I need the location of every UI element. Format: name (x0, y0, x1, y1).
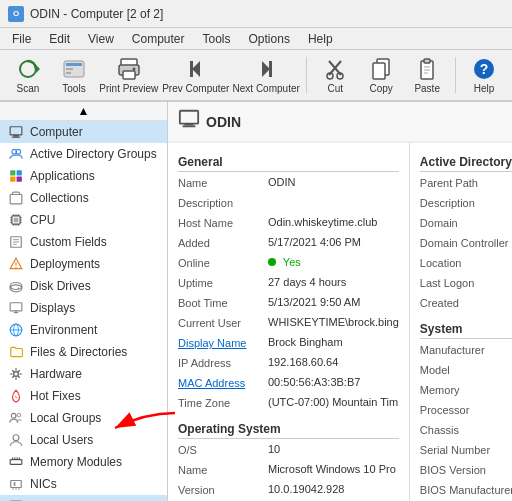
menu-file[interactable]: File (4, 30, 39, 48)
sidebar-item-displays[interactable]: Displays (0, 297, 167, 319)
sidebar-item-hot-fixes[interactable]: Hot Fixes (0, 385, 167, 407)
sidebar-item-nics[interactable]: NICs (0, 473, 167, 495)
right-model: Model VM (420, 363, 512, 381)
sidebar-item-powershell[interactable]: PS> PowerShell (0, 495, 167, 501)
content-area: ODIN General Name ODIN Description (168, 102, 512, 501)
prev-computer-button[interactable]: Prev Computer (162, 53, 230, 97)
menu-bar: File Edit View Computer Tools Options He… (0, 28, 512, 50)
title-text: ODIN - Computer [2 of 2] (30, 7, 163, 21)
sidebar-item-environment[interactable]: Environment (0, 319, 167, 341)
svg-rect-83 (14, 482, 16, 486)
toolbar-separator-2 (455, 57, 456, 93)
copy-button[interactable]: Copy (359, 53, 403, 97)
field-mac-address: MAC Address 00:50:56:A3:3B:B7 (178, 376, 399, 394)
svg-rect-5 (66, 72, 71, 74)
menu-tools[interactable]: Tools (195, 30, 239, 48)
menu-edit[interactable]: Edit (41, 30, 78, 48)
field-description: Description (178, 196, 399, 214)
svg-point-72 (13, 435, 19, 441)
help-label: Help (474, 83, 495, 94)
applications-icon (8, 168, 24, 184)
svg-marker-1 (36, 65, 40, 73)
cut-button[interactable]: Cut (313, 53, 357, 97)
field-name: Name ODIN (178, 176, 399, 194)
next-icon (254, 57, 278, 81)
files-dirs-icon (8, 344, 24, 360)
help-icon: ? (472, 57, 496, 81)
sidebar-environment-label: Environment (30, 323, 97, 337)
svg-rect-38 (14, 218, 19, 223)
right-bios-version: BIOS Version 6.00 (420, 463, 512, 481)
svg-rect-4 (66, 68, 73, 70)
hardware-icon (8, 366, 24, 382)
sidebar-computer-label: Computer (30, 125, 83, 139)
field-os-name: Name Microsoft Windows 10 Pro (178, 463, 399, 481)
prev-label: Prev Computer (162, 83, 229, 94)
computer-name: ODIN (206, 114, 241, 130)
tools-button[interactable]: Tools (52, 53, 96, 97)
sidebar-item-custom-fields[interactable]: Custom Fields (0, 231, 167, 253)
sidebar-scroll-up[interactable]: ▲ (0, 102, 167, 121)
menu-computer[interactable]: Computer (124, 30, 193, 48)
sidebar-ad-label: Active Directory Groups (30, 147, 157, 161)
svg-rect-93 (183, 125, 196, 127)
svg-rect-91 (180, 111, 198, 124)
paste-label: Paste (414, 83, 440, 94)
svg-point-9 (132, 67, 135, 70)
local-users-icon (8, 432, 24, 448)
right-chassis: Chassis Oth (420, 423, 512, 441)
sidebar-item-cpu[interactable]: CPU (0, 209, 167, 231)
right-created: Created 4/1 (420, 296, 512, 314)
next-label: Next Computer (233, 83, 300, 94)
svg-rect-92 (184, 124, 193, 126)
help-button[interactable]: ? Help (462, 53, 506, 97)
sidebar-local-groups-label: Local Groups (30, 411, 101, 425)
next-computer-button[interactable]: Next Computer (232, 53, 300, 97)
svg-rect-11 (190, 61, 193, 77)
svg-rect-28 (13, 135, 19, 137)
left-column: General Name ODIN Description Host Name … (168, 143, 410, 501)
menu-help[interactable]: Help (300, 30, 341, 48)
svg-marker-12 (262, 61, 270, 77)
sidebar-item-local-groups[interactable]: Local Groups (0, 407, 167, 429)
sidebar-item-deployments[interactable]: Deployments (0, 253, 167, 275)
menu-view[interactable]: View (80, 30, 122, 48)
right-bios-mfr: BIOS Manufacturer Pho (420, 483, 512, 501)
svg-rect-19 (373, 63, 385, 79)
svg-point-69 (14, 372, 19, 377)
sidebar-deployments-label: Deployments (30, 257, 100, 271)
svg-point-70 (11, 413, 16, 418)
sidebar-item-hardware[interactable]: Hardware (0, 363, 167, 385)
main-layout: ▲ Computer Active Directory Groups Appli… (0, 102, 512, 501)
sidebar-item-files-dirs[interactable]: Files & Directories (0, 341, 167, 363)
sidebar-item-applications[interactable]: Applications (0, 165, 167, 187)
sidebar-local-users-label: Local Users (30, 433, 93, 447)
sidebar-collections-label: Collections (30, 191, 89, 205)
sidebar-files-dirs-label: Files & Directories (30, 345, 127, 359)
paste-button[interactable]: Paste (405, 53, 449, 97)
scan-button[interactable]: Scan (6, 53, 50, 97)
deployments-icon (8, 256, 24, 272)
svg-point-57 (15, 267, 16, 268)
field-display-name: Display Name Brock Bingham (178, 336, 399, 354)
sidebar-item-memory-modules[interactable]: Memory Modules (0, 451, 167, 473)
svg-rect-13 (269, 61, 272, 77)
sidebar-item-local-users[interactable]: Local Users (0, 429, 167, 451)
svg-rect-27 (10, 127, 22, 135)
local-groups-icon (8, 410, 24, 426)
copy-label: Copy (370, 83, 393, 94)
sidebar-item-computer[interactable]: Computer (0, 121, 167, 143)
field-os: O/S 10 (178, 443, 399, 461)
custom-fields-icon (8, 234, 24, 250)
svg-point-62 (17, 287, 19, 289)
sidebar-item-ad-groups[interactable]: Active Directory Groups (0, 143, 167, 165)
svg-rect-32 (10, 170, 15, 175)
sidebar-cpu-label: CPU (30, 213, 55, 227)
tools-icon (62, 57, 86, 81)
sidebar-item-collections[interactable]: Collections (0, 187, 167, 209)
print-preview-button[interactable]: Print Preview (98, 53, 160, 97)
ad-groups-icon (8, 146, 24, 162)
menu-options[interactable]: Options (241, 30, 298, 48)
sidebar-item-disk-drives[interactable]: Disk Drives (0, 275, 167, 297)
title-bar: O ODIN - Computer [2 of 2] (0, 0, 512, 28)
